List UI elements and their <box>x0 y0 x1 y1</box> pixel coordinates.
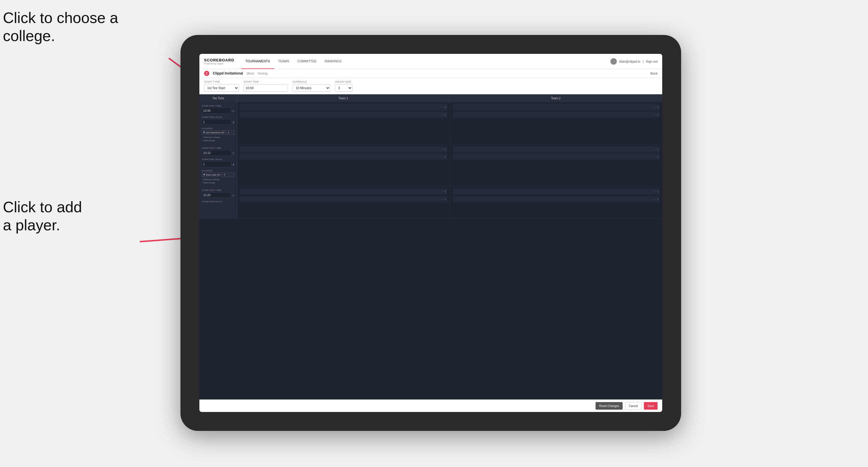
left-panel-1: STARTING TIME: ⏱ STARTING HOLE: ⬆ COURSE… <box>199 102 237 144</box>
starting-hole-label-3: STARTING HOLE: <box>202 200 235 203</box>
sign-out-link[interactable]: Sign out <box>646 60 657 63</box>
course-remove-2[interactable]: × <box>221 174 223 176</box>
course-name-2: East Lake GC <box>206 174 221 176</box>
tablet-screen: SCOREBOARD Powered by clippd TOURNAMENTS… <box>199 54 662 412</box>
start-time-input[interactable] <box>244 84 288 92</box>
team1-col-1: × ⬆ × ⬆ <box>237 102 450 144</box>
player-slot-t1-1-2[interactable]: × ⬆ <box>240 112 447 118</box>
starting-time-input-3[interactable] <box>202 192 231 198</box>
nav-links: TOURNAMENTS TEAMS COMMITTEE RANKINGS <box>241 54 611 69</box>
annotation-add-player: Click to add a player. <box>3 198 82 235</box>
th-team1: Team 1 <box>237 94 450 102</box>
add-group-btn-2[interactable]: +Add Group <box>202 181 235 184</box>
player-slot-t2-3-2[interactable]: × ⬆ <box>452 196 660 203</box>
slot-x-icon[interactable]: × <box>441 106 443 108</box>
logo-sub: Powered by clippd <box>204 62 234 65</box>
player-slot-t1-3-2[interactable]: × ⬆ <box>240 196 447 203</box>
add-group-btn-1[interactable]: +Add Group <box>202 139 235 142</box>
hosting-badge: Hosting <box>258 72 268 75</box>
group-size-label: Group Size <box>335 80 352 83</box>
start-type-label: Start Type <box>204 80 239 83</box>
player-slot-t1-1-1[interactable]: × ⬆ <box>240 104 447 110</box>
starting-time-field-2: ⏱ <box>202 150 235 157</box>
th-tee-time: Tee Time <box>199 94 237 102</box>
remove-group-btn-2[interactable]: ○Remove Group <box>202 178 235 181</box>
nav-committee[interactable]: COMMITTEE <box>293 54 321 69</box>
annotation-choose-college: Click to choose a college. <box>3 9 118 45</box>
nav-rankings[interactable]: RANKINGS <box>321 54 345 69</box>
group-row-3: STARTING TIME: ⏱ STARTING HOLE: × ⬆ × ⬆ <box>199 187 662 219</box>
start-type-select[interactable]: 1st Tee Start <box>204 84 239 92</box>
starting-hole-label-1: STARTING HOLE: <box>202 116 235 119</box>
starting-time-field-1: ⏱ <box>202 108 235 115</box>
team1-col-2: × ⬆ × ⬆ <box>237 145 450 186</box>
user-avatar <box>610 58 617 65</box>
nav-tournaments[interactable]: TOURNAMENTS <box>241 54 274 69</box>
logo-area: SCOREBOARD Powered by clippd <box>204 58 234 65</box>
starting-hole-input-2[interactable] <box>202 161 231 167</box>
starting-hole-label-2: STARTING HOLE: <box>202 158 235 161</box>
course-name-1: (A) Peachtree GC <box>206 131 225 134</box>
starting-time-input-2[interactable] <box>202 150 231 156</box>
starting-time-label-3: STARTING TIME: <box>202 189 235 192</box>
player-slot-t2-1-1[interactable]: × ⬆ <box>452 104 660 110</box>
course-edit-2[interactable]: ⬆ <box>223 174 225 176</box>
separator: | <box>643 60 644 63</box>
clippd-logo: C <box>204 71 209 76</box>
slot-arrow-icon: ⬆ <box>444 106 446 108</box>
starting-time-input-1[interactable] <box>202 108 231 114</box>
course-label-2: COURSE: <box>202 169 235 172</box>
starting-time-label-1: STARTING TIME: <box>202 104 235 107</box>
logo-title: SCOREBOARD <box>204 58 234 62</box>
reset-button[interactable]: Reset Changes <box>595 402 623 410</box>
nav-teams[interactable]: TEAMS <box>274 54 293 69</box>
start-time-group: Start Time <box>244 80 288 92</box>
slot-x-icon-2[interactable]: × <box>441 114 443 116</box>
content-area[interactable]: STARTING TIME: ⏱ STARTING HOLE: ⬆ COURSE… <box>199 102 662 400</box>
save-button[interactable]: Save <box>644 402 657 410</box>
player-slot-t2-2-2[interactable]: × ⬆ <box>452 154 660 160</box>
remove-group-btn-1[interactable]: ○Remove Group <box>202 136 235 138</box>
nav-bar: SCOREBOARD Powered by clippd TOURNAMENTS… <box>199 54 662 69</box>
course-tag-1[interactable]: ⚑ (A) Peachtree GC × ⬆ <box>202 130 235 135</box>
nav-right: blair@clippd.io | Sign out <box>610 58 657 65</box>
group-size-select[interactable]: 3 <box>335 84 352 92</box>
intervals-label: Intervals <box>292 80 330 83</box>
player-slot-t2-1-2[interactable]: × ⬆ <box>452 112 660 118</box>
starting-hole-field-1: ⬆ <box>202 119 235 126</box>
controls-row: Start Type 1st Tee Start Start Time Inte… <box>199 78 662 94</box>
gender-badge: (Men) <box>247 72 254 75</box>
course-tag-2[interactable]: ⚑ East Lake GC × ⬆ <box>202 173 235 177</box>
starting-hole-input-1[interactable] <box>202 119 231 125</box>
player-slot-t1-2-1[interactable]: × ⬆ <box>240 146 447 153</box>
intervals-select[interactable]: 10 Minutes <box>292 84 330 92</box>
group-row-2: STARTING TIME: ⏱ STARTING HOLE: ⬆ COURSE… <box>199 145 662 187</box>
team2-col-2: × ⬆ × ⬆ <box>450 145 662 186</box>
course-label-1: COURSE: <box>202 127 235 130</box>
player-slot-t2-2-1[interactable]: × ⬆ <box>452 146 660 153</box>
slot-arrow-icon-2: ⬆ <box>444 114 446 116</box>
start-type-group: Start Type 1st Tee Start <box>204 80 239 92</box>
tournament-name: Clippd Invitational <box>213 71 243 75</box>
tablet-frame: SCOREBOARD Powered by clippd TOURNAMENTS… <box>181 35 681 431</box>
team2-col-1: × ⬆ × ⬆ <box>450 102 662 144</box>
footer: Reset Changes Cancel Save <box>199 400 662 412</box>
table-header: Tee Time Team 1 Team 2 <box>199 94 662 102</box>
player-slot-t1-2-2[interactable]: × ⬆ <box>240 154 447 160</box>
th-team2: Team 2 <box>450 94 662 102</box>
player-slot-t2-3-1[interactable]: × ⬆ <box>452 188 660 195</box>
sub-header: C Clippd Invitational (Men) Hosting Back <box>199 69 662 78</box>
course-edit-1[interactable]: ⬆ <box>228 131 230 134</box>
left-panel-2: STARTING TIME: ⏱ STARTING HOLE: ⬆ COURSE… <box>199 145 237 186</box>
player-slot-t1-3-1[interactable]: × ⬆ <box>240 188 447 195</box>
user-email: blair@clippd.io <box>619 60 640 63</box>
back-button[interactable]: Back <box>651 72 657 75</box>
starting-hole-field-2: ⬆ <box>202 161 235 168</box>
starting-time-label-2: STARTING TIME: <box>202 147 235 149</box>
course-remove-1[interactable]: × <box>225 131 227 134</box>
team2-col-3: × ⬆ × ⬆ <box>450 187 662 218</box>
team1-col-3: × ⬆ × ⬆ <box>237 187 450 218</box>
cancel-button[interactable]: Cancel <box>625 402 642 410</box>
intervals-group: Intervals 10 Minutes <box>292 80 330 92</box>
left-panel-3: STARTING TIME: ⏱ STARTING HOLE: <box>199 187 237 218</box>
